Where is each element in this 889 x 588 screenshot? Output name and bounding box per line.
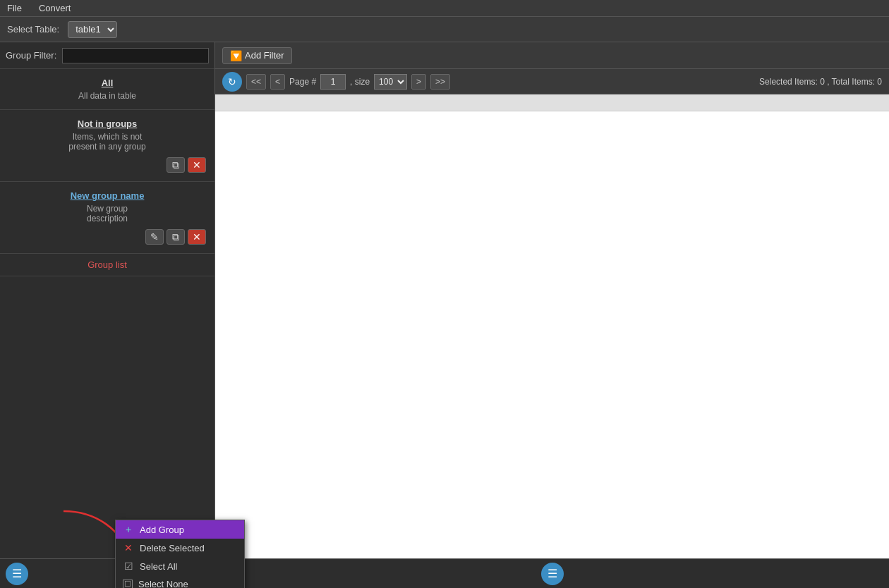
group-list-label: Group list	[0, 254, 214, 276]
ctx-delete-selected[interactable]: ✕ Delete Selected	[116, 539, 244, 557]
menu-convert[interactable]: Convert	[36, 1, 74, 15]
add-filter-label: Add Filter	[245, 50, 284, 61]
filter-icon: 🔽	[230, 50, 242, 61]
filter-bar: 🔽 Add Filter	[215, 42, 889, 69]
all-section: All All data in table	[0, 69, 214, 110]
table-select[interactable]: table1	[68, 21, 117, 38]
not-in-groups-title[interactable]: Not in groups	[6, 118, 209, 129]
selected-items-label: Selected Items:	[759, 77, 818, 87]
not-in-groups-desc: Items, which is not present in any group	[6, 132, 209, 152]
refresh-btn[interactable]: ↻	[222, 72, 242, 92]
ctx-select-all[interactable]: ☑ Select All	[116, 557, 244, 575]
menu-file[interactable]: File	[4, 1, 25, 15]
all-section-title[interactable]: All	[6, 78, 209, 88]
new-group-actions: ✎ ⧉ ✕	[6, 229, 209, 245]
delete-selected-label: Delete Selected	[140, 543, 205, 553]
group-filter-input[interactable]	[62, 48, 209, 63]
ctx-select-none[interactable]: ☐ Select None	[116, 575, 244, 588]
delete-selected-icon: ✕	[123, 542, 134, 553]
copy-new-group-btn[interactable]: ⧉	[167, 229, 185, 245]
select-all-icon: ☑	[123, 561, 134, 572]
context-menu: + Add Group ✕ Delete Selected ☑ Select A…	[115, 520, 245, 588]
page-size-select[interactable]: 100	[374, 74, 407, 90]
data-header	[215, 94, 889, 111]
left-panel: Group Filter: All All data in table Not …	[0, 42, 215, 588]
size-label: , size	[350, 77, 370, 87]
right-list-menu-btn[interactable]: ☰	[541, 563, 564, 585]
left-panel-content: All All data in table Not in groups Item…	[0, 69, 214, 558]
page-number-input[interactable]	[320, 74, 346, 90]
all-section-desc: All data in table	[6, 91, 209, 101]
left-list-icon: ☰	[12, 567, 22, 580]
page-label: Page #	[289, 77, 316, 87]
right-bottom-bar: ☰	[215, 558, 889, 588]
select-all-label: Select All	[140, 561, 177, 572]
group-filter-label: Group Filter:	[6, 50, 56, 61]
refresh-icon: ↻	[228, 76, 236, 87]
toolbar: Select Table: table1	[0, 17, 889, 42]
left-list-menu-btn[interactable]: ☰	[6, 563, 28, 585]
total-items-label: Total Items:	[832, 77, 875, 87]
items-info: Selected Items: 0 , Total Items: 0	[759, 77, 882, 87]
menubar: File Convert	[0, 0, 889, 17]
next-page-btn[interactable]: >	[411, 74, 426, 90]
prev-page-btn[interactable]: <	[270, 74, 285, 90]
select-table-label: Select Table:	[7, 24, 59, 35]
add-group-icon: +	[123, 524, 134, 535]
total-items-count: 0	[877, 77, 882, 87]
selected-items-count: 0	[820, 77, 825, 87]
not-in-groups-actions: ⧉ ✕	[6, 157, 209, 173]
first-page-btn[interactable]: <<	[246, 74, 266, 90]
group-filter-row: Group Filter:	[0, 42, 214, 69]
main-layout: Group Filter: All All data in table Not …	[0, 42, 889, 588]
add-filter-btn[interactable]: 🔽 Add Filter	[222, 47, 292, 64]
right-panel: 🔽 Add Filter ↻ << < Page # , size 100 > …	[215, 42, 889, 588]
not-in-groups-section: Not in groups Items, which is not presen…	[0, 110, 214, 182]
select-none-icon: ☐	[123, 580, 133, 589]
delete-not-in-groups-btn[interactable]: ✕	[188, 157, 206, 173]
copy-not-in-groups-btn[interactable]: ⧉	[167, 157, 185, 173]
last-page-btn[interactable]: >>	[430, 74, 450, 90]
delete-new-group-btn[interactable]: ✕	[188, 229, 206, 245]
new-group-desc: New group description	[6, 204, 209, 223]
pagination-bar: ↻ << < Page # , size 100 > >> Selected I…	[215, 69, 889, 94]
new-group-title[interactable]: New group name	[6, 190, 209, 201]
edit-new-group-btn[interactable]: ✎	[145, 229, 164, 245]
add-group-label: Add Group	[140, 525, 184, 535]
ctx-add-group[interactable]: + Add Group	[116, 520, 244, 539]
right-list-icon: ☰	[548, 567, 557, 580]
data-area	[215, 94, 889, 558]
new-group-section: New group name New group description ✎ ⧉…	[0, 182, 214, 254]
select-none-label: Select None	[138, 579, 188, 588]
